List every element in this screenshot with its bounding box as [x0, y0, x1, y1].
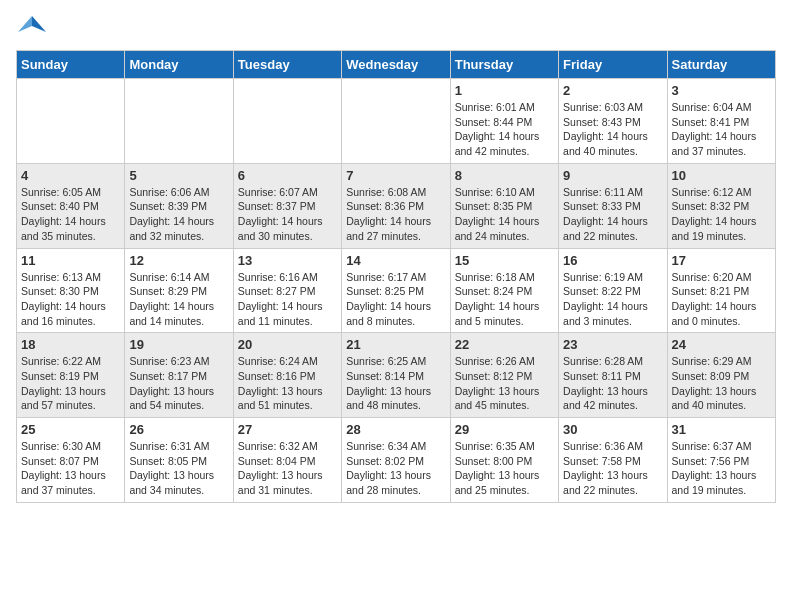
weekday-header-thursday: Thursday: [450, 51, 558, 79]
day-number: 15: [455, 253, 554, 268]
day-cell: 10Sunrise: 6:12 AM Sunset: 8:32 PM Dayli…: [667, 163, 775, 248]
weekday-header-monday: Monday: [125, 51, 233, 79]
day-cell: [125, 79, 233, 164]
day-cell: 7Sunrise: 6:08 AM Sunset: 8:36 PM Daylig…: [342, 163, 450, 248]
day-cell: 28Sunrise: 6:34 AM Sunset: 8:02 PM Dayli…: [342, 418, 450, 503]
day-cell: [342, 79, 450, 164]
week-row-5: 25Sunrise: 6:30 AM Sunset: 8:07 PM Dayli…: [17, 418, 776, 503]
day-info: Sunrise: 6:06 AM Sunset: 8:39 PM Dayligh…: [129, 185, 228, 244]
day-info: Sunrise: 6:23 AM Sunset: 8:17 PM Dayligh…: [129, 354, 228, 413]
weekday-header-tuesday: Tuesday: [233, 51, 341, 79]
day-cell: 8Sunrise: 6:10 AM Sunset: 8:35 PM Daylig…: [450, 163, 558, 248]
day-cell: 1Sunrise: 6:01 AM Sunset: 8:44 PM Daylig…: [450, 79, 558, 164]
weekday-header-row: SundayMondayTuesdayWednesdayThursdayFrid…: [17, 51, 776, 79]
day-cell: 13Sunrise: 6:16 AM Sunset: 8:27 PM Dayli…: [233, 248, 341, 333]
day-number: 23: [563, 337, 662, 352]
day-info: Sunrise: 6:30 AM Sunset: 8:07 PM Dayligh…: [21, 439, 120, 498]
day-number: 11: [21, 253, 120, 268]
day-number: 12: [129, 253, 228, 268]
day-number: 5: [129, 168, 228, 183]
logo-icon: [18, 12, 46, 40]
day-info: Sunrise: 6:13 AM Sunset: 8:30 PM Dayligh…: [21, 270, 120, 329]
day-number: 24: [672, 337, 771, 352]
day-number: 3: [672, 83, 771, 98]
day-cell: 17Sunrise: 6:20 AM Sunset: 8:21 PM Dayli…: [667, 248, 775, 333]
day-cell: 27Sunrise: 6:32 AM Sunset: 8:04 PM Dayli…: [233, 418, 341, 503]
day-cell: 30Sunrise: 6:36 AM Sunset: 7:58 PM Dayli…: [559, 418, 667, 503]
day-info: Sunrise: 6:35 AM Sunset: 8:00 PM Dayligh…: [455, 439, 554, 498]
day-info: Sunrise: 6:18 AM Sunset: 8:24 PM Dayligh…: [455, 270, 554, 329]
day-cell: 19Sunrise: 6:23 AM Sunset: 8:17 PM Dayli…: [125, 333, 233, 418]
day-cell: [17, 79, 125, 164]
day-cell: 26Sunrise: 6:31 AM Sunset: 8:05 PM Dayli…: [125, 418, 233, 503]
day-info: Sunrise: 6:10 AM Sunset: 8:35 PM Dayligh…: [455, 185, 554, 244]
day-cell: 15Sunrise: 6:18 AM Sunset: 8:24 PM Dayli…: [450, 248, 558, 333]
day-info: Sunrise: 6:12 AM Sunset: 8:32 PM Dayligh…: [672, 185, 771, 244]
day-info: Sunrise: 6:01 AM Sunset: 8:44 PM Dayligh…: [455, 100, 554, 159]
day-info: Sunrise: 6:31 AM Sunset: 8:05 PM Dayligh…: [129, 439, 228, 498]
day-info: Sunrise: 6:25 AM Sunset: 8:14 PM Dayligh…: [346, 354, 445, 413]
day-info: Sunrise: 6:36 AM Sunset: 7:58 PM Dayligh…: [563, 439, 662, 498]
day-info: Sunrise: 6:22 AM Sunset: 8:19 PM Dayligh…: [21, 354, 120, 413]
day-cell: 24Sunrise: 6:29 AM Sunset: 8:09 PM Dayli…: [667, 333, 775, 418]
day-info: Sunrise: 6:28 AM Sunset: 8:11 PM Dayligh…: [563, 354, 662, 413]
svg-marker-1: [18, 16, 32, 32]
day-cell: 29Sunrise: 6:35 AM Sunset: 8:00 PM Dayli…: [450, 418, 558, 503]
day-number: 22: [455, 337, 554, 352]
weekday-header-sunday: Sunday: [17, 51, 125, 79]
day-number: 2: [563, 83, 662, 98]
day-cell: 11Sunrise: 6:13 AM Sunset: 8:30 PM Dayli…: [17, 248, 125, 333]
logo: [16, 16, 46, 40]
day-number: 25: [21, 422, 120, 437]
weekday-header-wednesday: Wednesday: [342, 51, 450, 79]
day-cell: 4Sunrise: 6:05 AM Sunset: 8:40 PM Daylig…: [17, 163, 125, 248]
day-cell: 3Sunrise: 6:04 AM Sunset: 8:41 PM Daylig…: [667, 79, 775, 164]
svg-marker-0: [32, 16, 46, 32]
day-number: 31: [672, 422, 771, 437]
day-number: 30: [563, 422, 662, 437]
day-info: Sunrise: 6:05 AM Sunset: 8:40 PM Dayligh…: [21, 185, 120, 244]
day-cell: 14Sunrise: 6:17 AM Sunset: 8:25 PM Dayli…: [342, 248, 450, 333]
day-cell: 5Sunrise: 6:06 AM Sunset: 8:39 PM Daylig…: [125, 163, 233, 248]
day-cell: 12Sunrise: 6:14 AM Sunset: 8:29 PM Dayli…: [125, 248, 233, 333]
day-cell: 22Sunrise: 6:26 AM Sunset: 8:12 PM Dayli…: [450, 333, 558, 418]
day-info: Sunrise: 6:11 AM Sunset: 8:33 PM Dayligh…: [563, 185, 662, 244]
day-number: 19: [129, 337, 228, 352]
day-number: 8: [455, 168, 554, 183]
day-info: Sunrise: 6:19 AM Sunset: 8:22 PM Dayligh…: [563, 270, 662, 329]
day-info: Sunrise: 6:24 AM Sunset: 8:16 PM Dayligh…: [238, 354, 337, 413]
day-cell: 9Sunrise: 6:11 AM Sunset: 8:33 PM Daylig…: [559, 163, 667, 248]
day-info: Sunrise: 6:20 AM Sunset: 8:21 PM Dayligh…: [672, 270, 771, 329]
day-info: Sunrise: 6:32 AM Sunset: 8:04 PM Dayligh…: [238, 439, 337, 498]
day-number: 26: [129, 422, 228, 437]
day-number: 6: [238, 168, 337, 183]
day-number: 10: [672, 168, 771, 183]
week-row-4: 18Sunrise: 6:22 AM Sunset: 8:19 PM Dayli…: [17, 333, 776, 418]
day-cell: 25Sunrise: 6:30 AM Sunset: 8:07 PM Dayli…: [17, 418, 125, 503]
day-number: 17: [672, 253, 771, 268]
day-cell: 20Sunrise: 6:24 AM Sunset: 8:16 PM Dayli…: [233, 333, 341, 418]
day-info: Sunrise: 6:34 AM Sunset: 8:02 PM Dayligh…: [346, 439, 445, 498]
weekday-header-saturday: Saturday: [667, 51, 775, 79]
day-cell: 16Sunrise: 6:19 AM Sunset: 8:22 PM Dayli…: [559, 248, 667, 333]
day-cell: 18Sunrise: 6:22 AM Sunset: 8:19 PM Dayli…: [17, 333, 125, 418]
calendar-table: SundayMondayTuesdayWednesdayThursdayFrid…: [16, 50, 776, 503]
weekday-header-friday: Friday: [559, 51, 667, 79]
day-number: 9: [563, 168, 662, 183]
day-info: Sunrise: 6:16 AM Sunset: 8:27 PM Dayligh…: [238, 270, 337, 329]
day-cell: 23Sunrise: 6:28 AM Sunset: 8:11 PM Dayli…: [559, 333, 667, 418]
day-cell: 6Sunrise: 6:07 AM Sunset: 8:37 PM Daylig…: [233, 163, 341, 248]
week-row-1: 1Sunrise: 6:01 AM Sunset: 8:44 PM Daylig…: [17, 79, 776, 164]
day-cell: 2Sunrise: 6:03 AM Sunset: 8:43 PM Daylig…: [559, 79, 667, 164]
day-number: 4: [21, 168, 120, 183]
day-number: 18: [21, 337, 120, 352]
day-info: Sunrise: 6:17 AM Sunset: 8:25 PM Dayligh…: [346, 270, 445, 329]
day-info: Sunrise: 6:08 AM Sunset: 8:36 PM Dayligh…: [346, 185, 445, 244]
day-number: 14: [346, 253, 445, 268]
day-info: Sunrise: 6:14 AM Sunset: 8:29 PM Dayligh…: [129, 270, 228, 329]
day-number: 1: [455, 83, 554, 98]
header: [16, 16, 776, 40]
day-cell: 31Sunrise: 6:37 AM Sunset: 7:56 PM Dayli…: [667, 418, 775, 503]
day-number: 7: [346, 168, 445, 183]
day-info: Sunrise: 6:29 AM Sunset: 8:09 PM Dayligh…: [672, 354, 771, 413]
